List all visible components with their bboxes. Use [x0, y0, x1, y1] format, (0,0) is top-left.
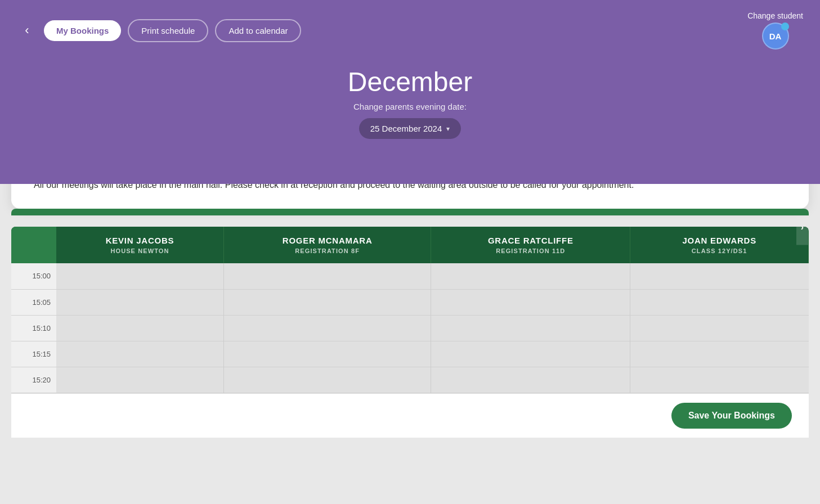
teacher-header-2: GRACE RATCLIFFE REGISTRATION 11D [431, 227, 630, 263]
footer-bar: Save Your Bookings [11, 393, 809, 438]
teacher-sub-2: REGISTRATION 11D [442, 248, 619, 254]
table-row[interactable]: 15:15 [11, 341, 809, 367]
teacher-name-0: KEVIN JACOBS [68, 236, 212, 245]
top-nav: ‹ My Bookings Print schedule Add to cale… [17, 11, 803, 50]
time-col-header [11, 227, 56, 263]
teacher-header-3: JOAN EDWARDS CLASS 12Y/DS1 › [630, 227, 809, 263]
slot-cell-0-3[interactable] [56, 341, 223, 367]
slot-cell-3-1[interactable] [630, 289, 809, 315]
teacher-name-3: JOAN EDWARDS [642, 236, 797, 245]
date-selector-button[interactable]: 25 December 2024 ▾ [359, 118, 461, 139]
table-row[interactable]: 15:00 [11, 263, 809, 289]
teacher-header-0: KEVIN JACOBS HOUSE NEWTON [56, 227, 223, 263]
schedule-header-row: KEVIN JACOBS HOUSE NEWTON ROGER MCNAMARA… [11, 227, 809, 263]
top-nav-right: Change student DA [747, 11, 803, 50]
save-bookings-button[interactable]: Save Your Bookings [671, 403, 792, 429]
change-student-label[interactable]: Change student [747, 11, 803, 20]
date-subtitle: Change parents evening date: [17, 102, 803, 111]
teacher-sub-0: HOUSE NEWTON [68, 248, 212, 254]
teacher-header-1: ROGER MCNAMARA REGISTRATION 8F [223, 227, 431, 263]
slot-cell-3-4[interactable] [630, 367, 809, 393]
slot-cell-3-2[interactable] [630, 315, 809, 341]
slot-cell-0-1[interactable] [56, 289, 223, 315]
teacher-name-2: GRACE RATCLIFFE [442, 236, 619, 245]
schedule-body: 15:00 15:05 15:10 15:15 15:20 [11, 263, 809, 393]
slot-cell-1-4[interactable] [223, 367, 431, 393]
table-row[interactable]: 15:10 [11, 315, 809, 341]
scroll-right-icon[interactable]: › [796, 227, 808, 245]
time-cell: 15:05 [11, 289, 56, 315]
avatar-initials: DA [769, 32, 782, 41]
slot-cell-1-0[interactable] [223, 263, 431, 289]
add-to-calendar-button[interactable]: Add to calendar [215, 19, 301, 42]
teacher-sub-3: CLASS 12Y/DS1 [642, 248, 797, 254]
slot-cell-3-3[interactable] [630, 341, 809, 367]
schedule-table: KEVIN JACOBS HOUSE NEWTON ROGER MCNAMARA… [11, 227, 809, 393]
page-title: December [17, 66, 803, 97]
back-button[interactable]: ‹ [17, 20, 37, 40]
top-nav-left: ‹ My Bookings Print schedule Add to cale… [17, 19, 301, 42]
slot-cell-2-3[interactable] [431, 341, 630, 367]
schedule-container: KEVIN JACOBS HOUSE NEWTON ROGER MCNAMARA… [11, 227, 809, 393]
my-bookings-button[interactable]: My Bookings [44, 20, 121, 41]
slot-cell-3-0[interactable] [630, 263, 809, 289]
teacher-name-1: ROGER MCNAMARA [235, 236, 419, 245]
table-row[interactable]: 15:20 [11, 367, 809, 393]
time-cell: 15:00 [11, 263, 56, 289]
selected-date-label: 25 December 2024 [370, 124, 442, 133]
slot-cell-0-0[interactable] [56, 263, 223, 289]
slot-cell-0-2[interactable] [56, 315, 223, 341]
avatar[interactable]: DA [762, 22, 789, 50]
time-cell: 15:20 [11, 367, 56, 393]
slot-cell-2-0[interactable] [431, 263, 630, 289]
slot-cell-0-4[interactable] [56, 367, 223, 393]
table-row[interactable]: 15:05 [11, 289, 809, 315]
teacher-sub-1: REGISTRATION 8F [235, 248, 419, 254]
header-section: ‹ My Bookings Print schedule Add to cale… [0, 0, 820, 184]
time-cell: 15:10 [11, 315, 56, 341]
print-schedule-button[interactable]: Print schedule [128, 19, 208, 42]
slot-cell-2-2[interactable] [431, 315, 630, 341]
time-cell: 15:15 [11, 341, 56, 367]
slot-cell-1-1[interactable] [223, 289, 431, 315]
slot-cell-1-3[interactable] [223, 341, 431, 367]
slot-cell-2-1[interactable] [431, 289, 630, 315]
header-content: December Change parents evening date: 25… [17, 66, 803, 139]
avatar-badge [781, 22, 789, 30]
chevron-down-icon: ▾ [446, 125, 450, 133]
slot-cell-1-2[interactable] [223, 315, 431, 341]
green-band [11, 209, 809, 215]
slot-cell-2-4[interactable] [431, 367, 630, 393]
